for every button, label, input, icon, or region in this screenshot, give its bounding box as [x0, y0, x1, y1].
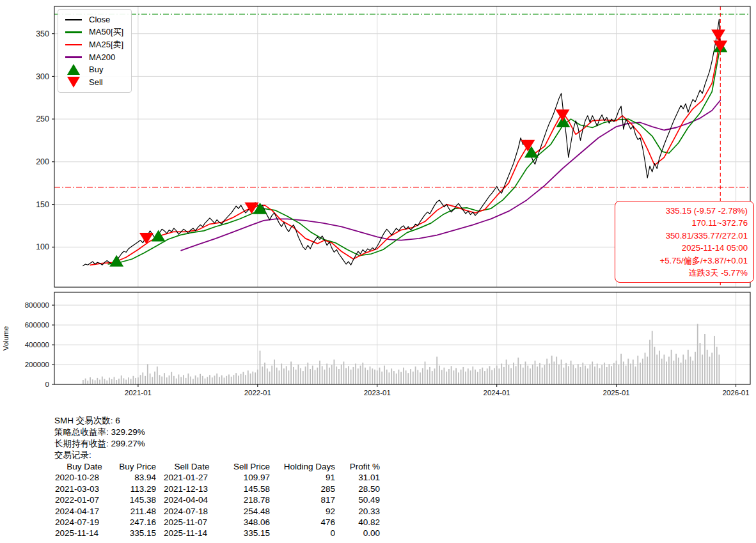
- volume-bar: [439, 366, 440, 384]
- strategy-return-line: 策略总收益率: 329.29%: [54, 427, 145, 438]
- volume-bar: [334, 359, 335, 384]
- volume-bar: [551, 356, 553, 384]
- volume-bar: [389, 372, 390, 384]
- volume-bar: [578, 364, 579, 384]
- volume-bar: [224, 378, 225, 385]
- volume-bar: [654, 347, 656, 384]
- legend-label: Buy: [89, 65, 103, 74]
- volume-bar: [620, 354, 622, 384]
- trade-cell: 2025-11-14: [159, 528, 220, 539]
- volume-bar: [444, 368, 445, 384]
- volume-bar: [719, 355, 720, 385]
- volume-bar: [221, 375, 223, 384]
- trade-cell: 50.49: [338, 494, 380, 505]
- col-profit: Profit %: [338, 461, 380, 472]
- x-tick-label: 2023-01: [364, 389, 391, 397]
- volume-bar: [434, 368, 436, 384]
- legend-item-close: Close: [64, 13, 123, 26]
- volume-bar: [678, 358, 679, 384]
- volume-bar: [616, 361, 617, 384]
- volume-bar: [350, 370, 352, 384]
- trade-table: Buy Date Buy Price Sell Date Sell Price …: [55, 461, 380, 539]
- volume-bar: [506, 359, 507, 384]
- ma25-line-swatch: [64, 44, 83, 46]
- volume-bar: [563, 368, 565, 384]
- trade-cell: 2025-11-07: [159, 517, 220, 528]
- y-tick-label: 200: [36, 157, 49, 166]
- volume-bar: [152, 377, 153, 384]
- smh-strategy-chart-page: 1001502002503003500200000400000600000800…: [0, 0, 756, 543]
- volume-bar: [700, 343, 701, 384]
- volume-bar: [283, 368, 285, 384]
- volume-bar: [231, 377, 232, 384]
- volume-bar: [133, 376, 134, 384]
- volume-bar: [432, 371, 433, 384]
- volume-bar: [348, 366, 349, 384]
- ma50-line-swatch: [64, 31, 83, 33]
- volume-bar: [695, 352, 696, 384]
- volume-bar: [286, 366, 287, 384]
- volume-bar: [315, 370, 316, 385]
- trade-cell: 91: [272, 472, 335, 483]
- volume-bar: [145, 376, 146, 384]
- volume-bar: [358, 368, 359, 384]
- volume-bar: [647, 357, 648, 384]
- volume-bar: [252, 372, 253, 384]
- volume-bar: [472, 366, 473, 384]
- ma200-line-swatch: [64, 56, 83, 58]
- annotation-streak: 连跌3天 -5.77%: [621, 267, 748, 279]
- volume-bar: [233, 375, 235, 384]
- trade-table-body: 2020-10-2883.942021-01-27109.979131.0120…: [55, 472, 380, 539]
- legend-label: MA25[卖]: [89, 39, 123, 51]
- trade-cell: 476: [272, 517, 335, 528]
- volume-bar: [185, 378, 187, 384]
- volume-bar: [585, 366, 586, 384]
- annotation-datetime: 2025-11-14 05:00: [621, 242, 748, 254]
- volume-bar: [496, 366, 498, 384]
- trade-cell: 145.38: [116, 494, 156, 505]
- volume-bar: [324, 370, 326, 384]
- volume-bar: [355, 364, 356, 385]
- volume-bar: [370, 366, 371, 384]
- volume-bar: [169, 375, 170, 384]
- volume-bar: [295, 370, 297, 384]
- volume-bar: [245, 375, 246, 384]
- volume-bar: [640, 363, 641, 384]
- volume-bar: [590, 365, 591, 384]
- volume-tick-label: 800000: [25, 301, 49, 309]
- sell-marker: [139, 233, 154, 244]
- volume-bar: [303, 371, 304, 384]
- volume-bar: [520, 364, 521, 384]
- volume-bar: [673, 361, 675, 384]
- volume-bar: [690, 357, 691, 384]
- volume-bar: [659, 350, 660, 384]
- volume-bar: [83, 380, 84, 384]
- volume-bar: [118, 379, 120, 384]
- trade-cell: 109.97: [223, 472, 270, 483]
- trade-cell: 335.15: [116, 528, 156, 539]
- volume-bar: [267, 368, 268, 384]
- volume-bar: [398, 370, 400, 384]
- trade-cell: 2024-04-04: [159, 494, 220, 505]
- volume-panel-spine: [54, 292, 750, 384]
- legend-item-ma25: MA25[卖]: [64, 38, 123, 51]
- volume-bar: [121, 375, 122, 384]
- quote-annotation-box: 335.15 (-9.57 -2.78%) 170.11~372.76 350.…: [615, 201, 754, 283]
- volume-bar: [312, 366, 313, 384]
- trade-cell: 0.00: [338, 528, 380, 539]
- volume-bar: [238, 375, 239, 384]
- volume-bar: [666, 361, 667, 384]
- sell-triangle-icon: [64, 77, 83, 88]
- volume-bar: [425, 361, 426, 384]
- volume-bar: [503, 367, 505, 384]
- trade-cell: 28.50: [338, 484, 380, 494]
- volume-bar: [150, 374, 151, 384]
- volume-bar: [365, 368, 366, 384]
- trade-cell: 2021-12-13: [159, 484, 220, 494]
- volume-bar: [403, 368, 404, 384]
- volume-bar: [164, 373, 165, 384]
- volume-bar: [446, 372, 447, 384]
- volume-bar: [487, 368, 488, 384]
- volume-bar: [406, 370, 407, 384]
- volume-bar: [384, 366, 385, 384]
